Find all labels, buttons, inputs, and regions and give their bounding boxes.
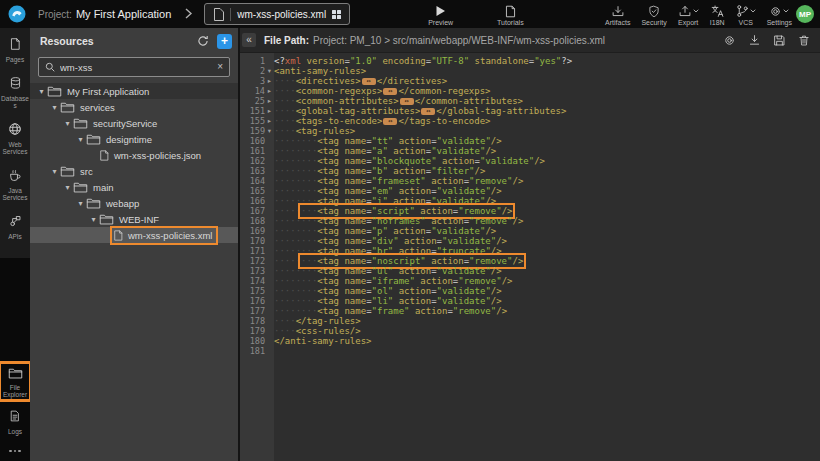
collapsed-code-icon[interactable]: ↔ [400, 98, 414, 105]
code-line-3[interactable]: 3▸····<directives>↔</directives> [240, 76, 820, 86]
fold-toggle-icon[interactable]: ▸ [265, 86, 274, 96]
collapsed-code-icon[interactable]: ↔ [383, 88, 397, 95]
tree-item-wm-xss-policies.json[interactable]: wm-xss-policies.json [30, 147, 238, 163]
code-line-179[interactable]: 179····<css-rules/> [240, 326, 820, 336]
fold-toggle-icon[interactable]: ▸ [265, 106, 274, 116]
topbar-action-security[interactable]: Security [641, 3, 666, 26]
folder-icon [86, 133, 101, 145]
caret-down-icon[interactable]: ▾ [62, 119, 73, 128]
fold-toggle-icon [265, 156, 274, 166]
fold-toggle-icon[interactable]: ▾ [265, 126, 274, 136]
line-number: 169 [240, 226, 265, 236]
code-line-180[interactable]: 180</anti-samy-rules> [240, 336, 820, 346]
code-line-160[interactable]: 160········<tag name="tt" action="valida… [240, 136, 820, 146]
fold-toggle-icon [265, 56, 274, 66]
code-line-164[interactable]: 164········<tag name="frameset" action="… [240, 176, 820, 186]
delete-icon-button[interactable] [798, 34, 810, 47]
save-icon-button[interactable] [773, 34, 786, 47]
code-line-165[interactable]: 165········<tag name="em" action="valida… [240, 186, 820, 196]
code-area[interactable]: 1<?xml version="1.0" encoding="UTF-8" st… [240, 53, 820, 461]
code-line-171[interactable]: 171········<tag name="br" action="trunca… [240, 246, 820, 256]
sidebar-item-databases[interactable]: Databases [0, 74, 30, 111]
collapsed-code-icon[interactable]: ↔ [383, 118, 397, 125]
code-line-162[interactable]: 162········<tag name="blockquote" action… [240, 156, 820, 166]
preview-button[interactable]: Preview [428, 3, 453, 26]
code-line-176[interactable]: 176········<tag name="li" action="valida… [240, 296, 820, 306]
add-resource-button[interactable]: + [217, 34, 232, 49]
sidebar-item-apis[interactable]: APIs [0, 212, 30, 242]
tree-item-services[interactable]: ▾services [30, 99, 238, 115]
code-line-181[interactable]: 181 [240, 346, 820, 356]
caret-down-icon[interactable]: ▾ [88, 215, 99, 224]
fold-toggle-icon[interactable]: ▸ [265, 76, 274, 86]
code-line-163[interactable]: 163········<tag name="b" action="filter"… [240, 166, 820, 176]
caret-down-icon[interactable]: ▾ [36, 87, 47, 96]
download-icon-button[interactable] [748, 34, 761, 47]
tutorials-button[interactable]: Tutorials [497, 3, 524, 26]
sidebar-item-pages[interactable]: Pages [0, 35, 30, 65]
project-name[interactable]: My First Application [76, 8, 171, 20]
topbar-action-vcs[interactable]: VCS [736, 3, 756, 26]
code-line-178[interactable]: 178····</tag-rules> [240, 316, 820, 326]
tree-item-src[interactable]: ▾src [30, 163, 238, 179]
code-line-14[interactable]: 14▸····<common-regexps>↔</common-regexps… [240, 86, 820, 96]
code-line-25[interactable]: 25▸····<common-attributes>↔</common-attr… [240, 96, 820, 106]
tree-item-designtime[interactable]: ▾designtime [30, 131, 238, 147]
collapsed-code-icon[interactable]: ↔ [362, 78, 376, 85]
fold-toggle-icon [265, 136, 274, 146]
code-line-155[interactable]: 155▸····<tags-to-encode>↔</tags-to-encod… [240, 116, 820, 126]
tree-item-my-first-application[interactable]: ▾My First Application [30, 83, 238, 99]
sidebar-item-java-services[interactable]: Java Services [0, 166, 30, 203]
sidebar-item-file-explorer[interactable]: File Explorer [0, 363, 30, 400]
caret-down-icon[interactable]: ▾ [62, 183, 73, 192]
code-line-151[interactable]: 151▸····<global-tag-attributes>↔</global… [240, 106, 820, 116]
code-line-175[interactable]: 175········<tag name="ol" action="valida… [240, 286, 820, 296]
tree-item-web-inf[interactable]: ▾WEB-INF [30, 211, 238, 227]
tree-item-main[interactable]: ▾main [30, 179, 238, 195]
topbar-action-i18n[interactable]: I18N [710, 3, 725, 26]
refresh-icon[interactable] [197, 35, 209, 47]
user-avatar[interactable]: MP [796, 5, 814, 23]
code-line-167[interactable]: 167········<tag name="script" action="re… [240, 206, 820, 216]
caret-down-icon[interactable]: ▾ [49, 103, 60, 112]
code-line-166[interactable]: 166········<tag name="i" action="validat… [240, 196, 820, 206]
fold-toggle-icon[interactable]: ▸ [265, 96, 274, 106]
code-highlight-box: ···<tag name="noscript" action="remove"/… [301, 256, 523, 266]
gear-icon [769, 5, 789, 18]
settings-icon-button[interactable] [723, 34, 736, 47]
code-line-177[interactable]: 177········<tag name="frame" action="rem… [240, 306, 820, 316]
open-file-tab[interactable]: wm-xss-policies.xml [204, 3, 350, 25]
code-line-159[interactable]: 159▾····<tag-rules> [240, 126, 820, 136]
dots-icon [9, 446, 21, 456]
code-line-170[interactable]: 170········<tag name="div" action="valid… [240, 236, 820, 246]
sidebar-item-logs[interactable]: Logs [0, 407, 30, 437]
fold-toggle-icon[interactable]: ▾ [265, 66, 274, 76]
sidebar-item-more[interactable] [0, 444, 30, 458]
collapse-panel-icon[interactable]: « [242, 33, 256, 47]
topbar-action-artifacts[interactable]: Artifacts [605, 3, 630, 26]
code-line-161[interactable]: 161········<tag name="a" action="validat… [240, 146, 820, 156]
caret-down-icon[interactable]: ▾ [49, 167, 60, 176]
code-line-168[interactable]: 168········<tag name="noframes" action="… [240, 216, 820, 226]
tree-item-wm-xss-policies.xml[interactable]: wm-xss-policies.xml [30, 227, 238, 243]
caret-down-icon[interactable]: ▾ [75, 135, 86, 144]
tree-item-webapp[interactable]: ▾webapp [30, 195, 238, 211]
code-line-172[interactable]: 172········<tag name="noscript" action="… [240, 256, 820, 266]
search-input[interactable] [60, 62, 212, 73]
code-line-2[interactable]: 2▾<anti-samy-rules> [240, 66, 820, 76]
tree-item-securityservice[interactable]: ▾securityService [30, 115, 238, 131]
grid-menu-icon[interactable] [332, 10, 341, 19]
code-line-173[interactable]: 173········<tag name="ul" action="valida… [240, 266, 820, 276]
topbar-action-export[interactable]: Export [678, 3, 699, 26]
code-line-1[interactable]: 1<?xml version="1.0" encoding="UTF-8" st… [240, 56, 820, 66]
clear-search-icon[interactable]: × [217, 62, 223, 72]
topbar-action-settings[interactable]: Settings [767, 3, 792, 26]
caret-down-icon[interactable]: ▾ [75, 199, 86, 208]
collapsed-code-icon[interactable]: ↔ [421, 108, 435, 115]
app-logo-icon[interactable] [8, 5, 26, 23]
code-text: <anti-samy-rules> [274, 66, 820, 76]
code-line-174[interactable]: 174········<tag name="iframe" action="re… [240, 276, 820, 286]
sidebar-item-web-services[interactable]: Web Services [0, 120, 30, 157]
code-line-169[interactable]: 169········<tag name="p" action="validat… [240, 226, 820, 236]
fold-toggle-icon[interactable]: ▸ [265, 116, 274, 126]
